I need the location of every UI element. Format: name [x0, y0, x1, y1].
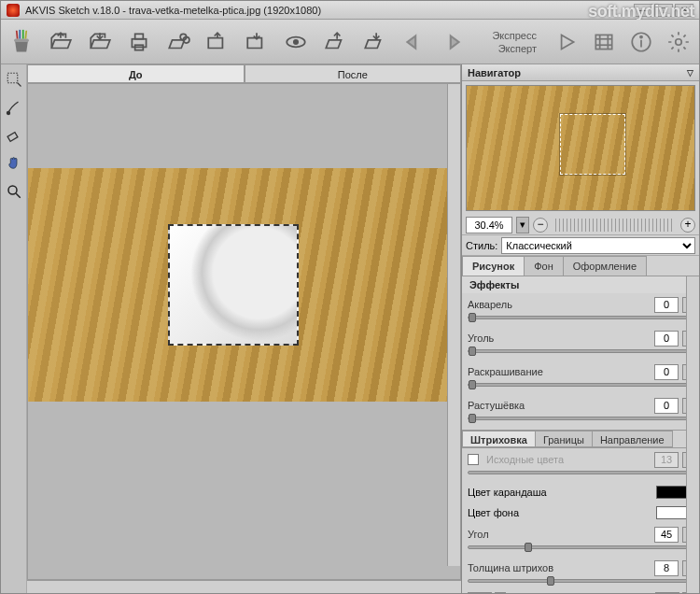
titlebar: AKVIS Sketch v.18.0 - trava-vetka-metelk… — [1, 1, 699, 20]
navigator-viewport[interactable] — [560, 114, 625, 175]
minimize-button[interactable]: — — [634, 4, 652, 17]
preview-icon[interactable] — [283, 29, 309, 55]
export-icon[interactable] — [204, 29, 231, 55]
svg-point-11 — [294, 39, 298, 43]
coloring-slider[interactable] — [468, 383, 693, 387]
tab-decoration[interactable]: Оформление — [563, 256, 647, 276]
svg-rect-21 — [7, 73, 18, 83]
left-toolbox — [1, 64, 27, 593]
canvas[interactable] — [27, 83, 461, 580]
coal-label: Уголь — [468, 332, 651, 344]
subtab-edges[interactable]: Границы — [535, 431, 593, 447]
hand-tool-icon[interactable] — [5, 154, 23, 173]
mode-express[interactable]: Экспресс — [492, 29, 537, 42]
canvas-hscrollbar[interactable] — [27, 580, 461, 593]
share-down-icon[interactable] — [361, 29, 387, 55]
info-icon[interactable] — [628, 29, 654, 55]
undo-arrow-icon[interactable] — [400, 29, 427, 55]
watercolor-slider[interactable] — [468, 316, 693, 319]
print-icon[interactable] — [126, 29, 152, 55]
thickness-slider[interactable] — [468, 579, 693, 583]
tab-background[interactable]: Фон — [524, 256, 564, 276]
tab-drawing[interactable]: Рисунок — [462, 256, 525, 276]
min-len-spinner[interactable]: ▲▼ — [495, 592, 506, 593]
orig-colors-value: 13 — [654, 452, 679, 468]
share-up-icon[interactable] — [322, 29, 348, 55]
orig-colors-label: Исходные цвета — [486, 454, 651, 465]
zoom-tool-icon[interactable] — [5, 182, 23, 201]
effects-title: Эффекты — [462, 276, 699, 293]
angle-value[interactable]: 45 — [654, 527, 679, 543]
maximize-button[interactable]: □ — [654, 4, 673, 17]
main-toolbar: Экспресс Эксперт — [1, 20, 699, 64]
params-vscrollbar[interactable] — [686, 276, 699, 593]
angle-label: Угол — [468, 529, 651, 540]
tab-after[interactable]: После — [245, 64, 462, 83]
save-icon[interactable] — [87, 29, 113, 55]
orig-colors-checkbox[interactable] — [468, 454, 479, 465]
coloring-label: Раскрашивание — [468, 366, 651, 377]
brushes-cup-icon[interactable] — [8, 29, 35, 55]
open-icon[interactable] — [48, 29, 74, 55]
angle-slider[interactable] — [468, 545, 693, 549]
thickness-label: Толщина штрихов — [468, 562, 651, 573]
zoom-value[interactable]: 30.4% — [466, 217, 512, 233]
coal-value[interactable]: 0 — [654, 331, 679, 346]
navigator-title: Навигатор — [468, 64, 521, 80]
bg-color-label: Цвет фона — [468, 507, 656, 518]
min-len-value[interactable]: 3 — [468, 592, 492, 593]
svg-line-4 — [25, 30, 26, 38]
preview-selection[interactable] — [168, 224, 299, 346]
import-icon[interactable] — [244, 29, 270, 55]
canvas-image — [28, 168, 447, 402]
feather-slider[interactable] — [468, 417, 693, 420]
svg-rect-12 — [595, 35, 611, 49]
svg-line-25 — [16, 193, 21, 198]
svg-rect-0 — [14, 38, 29, 42]
max-len-value[interactable]: 10 — [655, 592, 679, 593]
svg-point-20 — [676, 38, 682, 45]
redo-arrow-icon[interactable] — [440, 29, 466, 55]
watercolor-label: Акварель — [468, 299, 651, 310]
zoom-out-button[interactable]: − — [533, 218, 548, 233]
style-label: Стиль: — [466, 240, 497, 251]
navigator-thumbnail[interactable] — [466, 85, 695, 211]
orig-colors-slider — [468, 471, 693, 474]
svg-rect-6 — [135, 34, 144, 38]
batch-icon[interactable] — [165, 29, 191, 55]
panel-collapse-icon[interactable]: ▽ — [687, 64, 693, 80]
zoom-in-button[interactable]: + — [680, 218, 695, 233]
window-title: AKVIS Sketch v.18.0 - trava-vetka-metelk… — [25, 5, 634, 16]
feather-value[interactable]: 0 — [654, 398, 679, 414]
zoom-dropdown[interactable]: ▾ — [516, 217, 529, 233]
brush-tool-icon[interactable] — [5, 98, 23, 117]
eraser-tool-icon[interactable] — [5, 126, 23, 145]
coloring-value[interactable]: 0 — [654, 364, 679, 380]
style-select[interactable]: Классический — [501, 237, 695, 254]
run-icon[interactable] — [553, 29, 580, 55]
subtab-direction[interactable]: Направление — [592, 431, 673, 447]
zoom-slider[interactable] — [555, 219, 673, 232]
svg-rect-23 — [7, 133, 18, 142]
thickness-value[interactable]: 8 — [654, 560, 679, 576]
watercolor-value[interactable]: 0 — [654, 297, 679, 313]
settings-gear-icon[interactable] — [665, 29, 692, 55]
film-icon[interactable] — [591, 29, 617, 55]
subtab-stroking[interactable]: Штриховка — [462, 431, 536, 447]
close-button[interactable]: ✕ — [675, 4, 693, 17]
coal-slider[interactable] — [468, 349, 693, 353]
tab-before[interactable]: До — [27, 64, 245, 83]
selection-tool-icon[interactable] — [5, 70, 23, 89]
app-logo — [7, 4, 20, 17]
svg-point-24 — [8, 186, 17, 194]
svg-point-19 — [640, 35, 642, 37]
feather-label: Растушёвка — [468, 400, 651, 411]
canvas-vscrollbar[interactable] — [447, 84, 460, 566]
mode-expert[interactable]: Эксперт — [492, 42, 537, 55]
pencil-color-label: Цвет карандаша — [468, 487, 656, 498]
svg-point-22 — [7, 112, 9, 115]
svg-line-1 — [17, 30, 18, 38]
